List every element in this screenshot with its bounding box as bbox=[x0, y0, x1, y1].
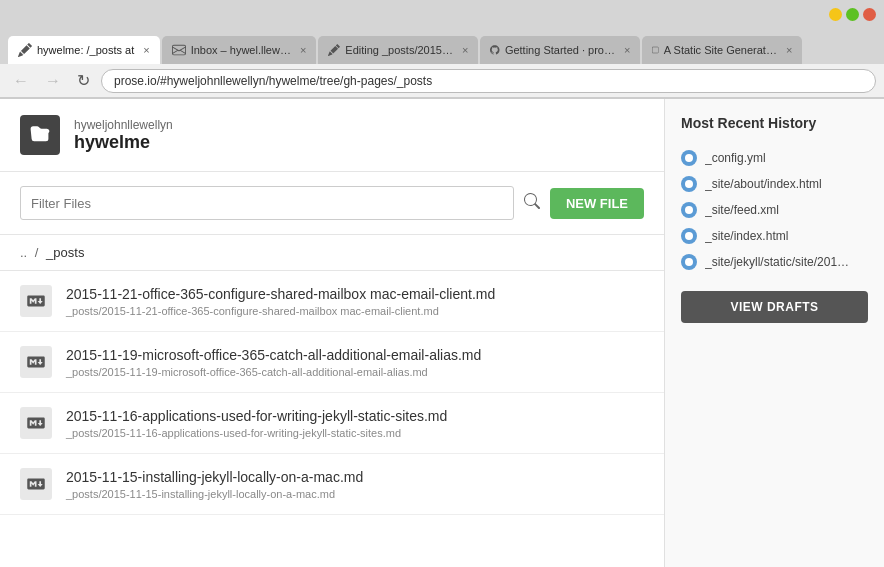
file-info-2: 2015-11-16-applications-used-for-writing… bbox=[66, 408, 447, 439]
history-list: _config.yml _site/about/index.html _site… bbox=[681, 145, 868, 275]
history-dot-0 bbox=[681, 150, 697, 166]
file-item-2[interactable]: 2015-11-16-applications-used-for-writing… bbox=[0, 393, 664, 454]
history-link-3: _site/index.html bbox=[705, 229, 788, 243]
tab-2[interactable]: Inbox – hywel.llew… × bbox=[162, 36, 317, 64]
md-icon-3 bbox=[20, 468, 52, 500]
markdown-icon-1 bbox=[26, 355, 46, 369]
filter-input[interactable] bbox=[20, 186, 514, 220]
file-name-0: 2015-11-21-office-365-configure-shared-m… bbox=[66, 286, 495, 302]
history-dot-1 bbox=[681, 176, 697, 192]
history-link-4: _site/jekyll/static/site/201… bbox=[705, 255, 849, 269]
md-icon-2 bbox=[20, 407, 52, 439]
maximize-button[interactable] bbox=[846, 8, 859, 21]
github-icon bbox=[490, 43, 500, 57]
reload-button[interactable]: ↻ bbox=[72, 69, 95, 92]
file-path-1: _posts/2015-11-19-microsoft-office-365-c… bbox=[66, 366, 481, 378]
file-name-1: 2015-11-19-microsoft-office-365-catch-al… bbox=[66, 347, 481, 363]
history-link-0: _config.yml bbox=[705, 151, 766, 165]
markdown-icon-0 bbox=[26, 294, 46, 308]
file-info-3: 2015-11-15-installing-jekyll-locally-on-… bbox=[66, 469, 363, 500]
history-item-4[interactable]: _site/jekyll/static/site/201… bbox=[681, 249, 868, 275]
tab-4-close[interactable]: × bbox=[624, 44, 630, 56]
sidebar: Most Recent History _config.yml _site/ab… bbox=[664, 99, 884, 567]
md-icon-1 bbox=[20, 346, 52, 378]
tab-1-close[interactable]: × bbox=[143, 44, 149, 56]
window-icon bbox=[652, 43, 658, 57]
sidebar-title: Most Recent History bbox=[681, 115, 868, 131]
breadcrumb-parent[interactable]: .. bbox=[20, 245, 27, 260]
breadcrumb-separator: / bbox=[35, 245, 39, 260]
file-name-3: 2015-11-15-installing-jekyll-locally-on-… bbox=[66, 469, 363, 485]
history-item-3[interactable]: _site/index.html bbox=[681, 223, 868, 249]
markdown-icon-2 bbox=[26, 416, 46, 430]
tab-3-close[interactable]: × bbox=[462, 44, 468, 56]
tabs-bar: hywelme: /_posts at × Inbox – hywel.llew… bbox=[0, 28, 884, 64]
new-file-button[interactable]: NEW FILE bbox=[550, 188, 644, 219]
markdown-icon-3 bbox=[26, 477, 46, 491]
tab-5-label: A Static Site Generat… bbox=[664, 44, 777, 56]
browser-chrome: hywelme: /_posts at × Inbox – hywel.llew… bbox=[0, 0, 884, 99]
breadcrumb: .. / _posts bbox=[0, 235, 664, 271]
avatar bbox=[20, 115, 60, 155]
tab-5-close[interactable]: × bbox=[786, 44, 792, 56]
history-item-1[interactable]: _site/about/index.html bbox=[681, 171, 868, 197]
file-item-3[interactable]: 2015-11-15-installing-jekyll-locally-on-… bbox=[0, 454, 664, 515]
close-button[interactable] bbox=[863, 8, 876, 21]
file-item-1[interactable]: 2015-11-19-microsoft-office-365-catch-al… bbox=[0, 332, 664, 393]
history-dot-4 bbox=[681, 254, 697, 270]
nav-bar: ← → ↻ bbox=[0, 64, 884, 98]
minimize-button[interactable] bbox=[829, 8, 842, 21]
filter-bar: NEW FILE bbox=[0, 172, 664, 235]
tab-4-label: Getting Started · pro… bbox=[505, 44, 615, 56]
title-bar bbox=[0, 0, 884, 28]
file-info-1: 2015-11-19-microsoft-office-365-catch-al… bbox=[66, 347, 481, 378]
file-path-3: _posts/2015-11-15-installing-jekyll-loca… bbox=[66, 488, 363, 500]
tab-2-close[interactable]: × bbox=[300, 44, 306, 56]
back-button[interactable]: ← bbox=[8, 70, 34, 92]
history-item-2[interactable]: _site/feed.xml bbox=[681, 197, 868, 223]
history-link-1: _site/about/index.html bbox=[705, 177, 822, 191]
user-header: hyweljohnllewellyn hywelme bbox=[0, 99, 664, 172]
history-link-2: _site/feed.xml bbox=[705, 203, 779, 217]
main-content: hyweljohnllewellyn hywelme NEW FILE .. /… bbox=[0, 99, 664, 567]
username: hyweljohnllewellyn bbox=[74, 118, 173, 132]
tab-2-label: Inbox – hywel.llew… bbox=[191, 44, 291, 56]
breadcrumb-current: _posts bbox=[46, 245, 84, 260]
file-list: 2015-11-21-office-365-configure-shared-m… bbox=[0, 271, 664, 515]
tab-4[interactable]: Getting Started · pro… × bbox=[480, 36, 640, 64]
page: hyweljohnllewellyn hywelme NEW FILE .. /… bbox=[0, 99, 884, 567]
tab-1-label: hywelme: /_posts at bbox=[37, 44, 134, 56]
file-path-0: _posts/2015-11-21-office-365-configure-s… bbox=[66, 305, 495, 317]
folder-icon bbox=[30, 125, 50, 145]
display-name: hywelme bbox=[74, 132, 173, 153]
search-button[interactable] bbox=[524, 193, 540, 213]
file-name-2: 2015-11-16-applications-used-for-writing… bbox=[66, 408, 447, 424]
md-icon-0 bbox=[20, 285, 52, 317]
pencil-icon-2 bbox=[328, 43, 340, 57]
history-dot-2 bbox=[681, 202, 697, 218]
tab-5[interactable]: A Static Site Generat… × bbox=[642, 36, 802, 64]
view-drafts-button[interactable]: VIEW DRAFTS bbox=[681, 291, 868, 323]
tab-3-label: Editing _posts/2015… bbox=[345, 44, 453, 56]
history-item-0[interactable]: _config.yml bbox=[681, 145, 868, 171]
history-dot-3 bbox=[681, 228, 697, 244]
pencil-icon bbox=[18, 43, 32, 57]
search-icon bbox=[524, 193, 540, 209]
tab-3[interactable]: Editing _posts/2015… × bbox=[318, 36, 478, 64]
tab-1[interactable]: hywelme: /_posts at × bbox=[8, 36, 160, 64]
user-info: hyweljohnllewellyn hywelme bbox=[74, 118, 173, 153]
forward-button[interactable]: → bbox=[40, 70, 66, 92]
envelope-icon bbox=[172, 43, 186, 57]
file-info-0: 2015-11-21-office-365-configure-shared-m… bbox=[66, 286, 495, 317]
file-path-2: _posts/2015-11-16-applications-used-for-… bbox=[66, 427, 447, 439]
url-bar[interactable] bbox=[101, 69, 876, 93]
file-item-0[interactable]: 2015-11-21-office-365-configure-shared-m… bbox=[0, 271, 664, 332]
